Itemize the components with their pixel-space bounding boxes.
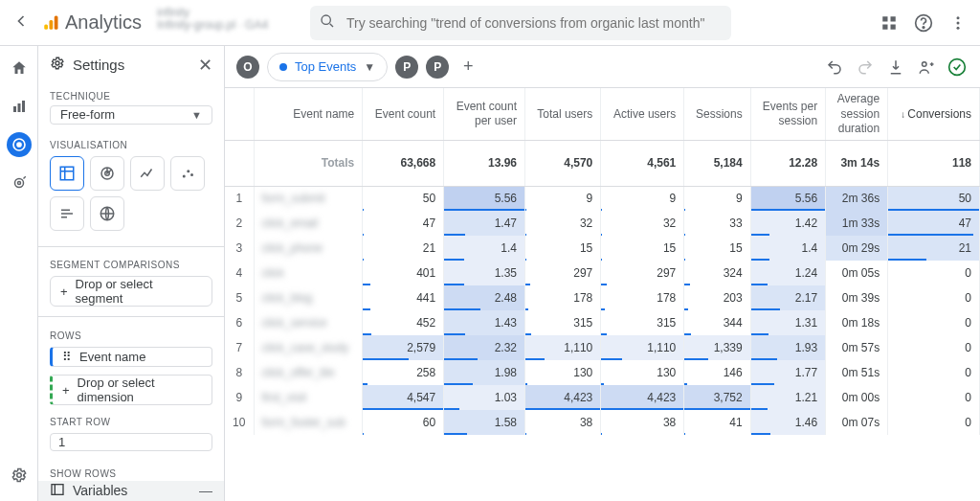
svg-rect-22	[60, 167, 74, 180]
row-index: 3	[225, 236, 254, 261]
technique-label: TECHNIQUE	[38, 83, 224, 103]
settings-title: Settings	[73, 57, 124, 73]
tab-page-2[interactable]: P	[426, 56, 449, 79]
plus-icon: +	[62, 383, 70, 398]
data-cell: 47	[363, 211, 444, 236]
svg-point-30	[923, 61, 927, 66]
data-cell: 4,547	[363, 385, 444, 410]
col-header[interactable]: ↓Conversions	[888, 88, 980, 140]
col-header[interactable]: Event count	[363, 88, 444, 140]
row-index: 1	[225, 186, 254, 211]
event-name-cell: click_email	[254, 211, 363, 236]
redo-icon[interactable]	[854, 56, 877, 79]
data-cell: 297	[601, 261, 684, 285]
data-cell: 38	[601, 410, 684, 435]
totals-cell: 13.96	[444, 140, 525, 186]
rows-dimension-chip[interactable]: ⠿ Event name	[50, 347, 212, 367]
totals-cell: 3m 14s	[826, 140, 888, 186]
rows-add-dimension[interactable]: + Drop or select dimension	[50, 375, 212, 405]
tab-overview[interactable]: O	[236, 56, 259, 79]
vis-table-icon[interactable]	[50, 156, 84, 191]
tab-page-1[interactable]: P	[395, 56, 418, 79]
svg-point-3	[322, 15, 330, 24]
status-ok-icon[interactable]	[946, 56, 969, 79]
vis-line-icon[interactable]	[130, 156, 165, 191]
vis-geo-icon[interactable]	[90, 196, 124, 231]
col-header[interactable]: Active users	[601, 88, 684, 140]
data-cell: 1.43	[444, 310, 525, 335]
data-cell: 15	[601, 236, 684, 261]
totals-cell: 118	[888, 140, 980, 186]
data-cell: 2.48	[444, 285, 525, 310]
rail-home-icon[interactable]	[7, 56, 32, 80]
visualisation-label: VISUALISATION	[38, 132, 224, 152]
svg-rect-13	[13, 106, 16, 112]
data-cell: 178	[525, 285, 601, 310]
row-index: 10	[225, 410, 254, 435]
vis-bar-icon[interactable]	[50, 196, 84, 231]
data-cell: 41	[684, 410, 750, 435]
col-header[interactable]: Total users	[525, 88, 601, 140]
svg-rect-15	[22, 101, 25, 112]
more-vert-icon[interactable]	[947, 12, 969, 34]
download-icon[interactable]	[884, 56, 907, 79]
row-index: 8	[225, 360, 254, 385]
row-index: 9	[225, 385, 254, 410]
search-box[interactable]	[310, 6, 731, 40]
showrows-label: SHOW ROWS	[38, 461, 224, 481]
totals-label: Totals	[254, 140, 363, 186]
pencil-icon	[279, 63, 287, 71]
data-cell: 203	[684, 285, 750, 310]
svg-point-17	[17, 143, 21, 147]
rows-chip-label: Event name	[79, 350, 145, 364]
data-cell: 0m 07s	[826, 410, 888, 435]
rail-explore-icon[interactable]	[7, 132, 32, 157]
data-cell: 1.4	[444, 236, 525, 261]
col-header[interactable]: Event countper user	[444, 88, 525, 140]
startrow-value: 1	[58, 435, 65, 449]
collapse-icon: —	[199, 483, 212, 498]
data-cell: 0m 00s	[826, 385, 888, 410]
property-picker[interactable]: infinityInfinity-group.pl · GA4	[149, 7, 302, 39]
technique-select[interactable]: Free-form ▼	[50, 105, 212, 125]
col-header[interactable]: Event name	[254, 88, 363, 140]
help-icon[interactable]	[913, 12, 934, 34]
col-header[interactable]: Averagesessionduration	[826, 88, 888, 140]
share-icon[interactable]	[915, 56, 938, 79]
data-cell: 60	[363, 410, 444, 435]
data-cell: 1.24	[750, 261, 826, 285]
technique-value: Free-form	[60, 107, 115, 122]
search-input[interactable]	[345, 14, 722, 32]
data-cell: 9	[601, 186, 684, 211]
totals-cell: 4,570	[525, 140, 601, 186]
rail-ads-icon[interactable]	[7, 171, 32, 195]
row-index: 4	[225, 261, 254, 285]
data-cell: 15	[684, 236, 750, 261]
grid-apps-icon[interactable]	[879, 12, 900, 34]
variables-panel-toggle[interactable]: Variables —	[38, 481, 224, 501]
data-cell: 315	[525, 310, 601, 335]
segment-drop-button[interactable]: + Drop or select segment	[50, 276, 212, 307]
vis-donut-icon[interactable]	[90, 156, 124, 191]
data-cell: 130	[525, 360, 601, 385]
close-icon[interactable]: ✕	[198, 57, 212, 74]
svg-point-18	[14, 179, 23, 188]
data-cell: 0	[888, 335, 980, 360]
svg-point-9	[923, 26, 924, 28]
tab-active[interactable]: Top Events ▼	[267, 53, 388, 81]
vis-scatter-icon[interactable]	[170, 156, 205, 191]
back-arrow-icon[interactable]	[11, 11, 34, 34]
svg-rect-7	[891, 24, 896, 29]
col-header[interactable]: Events persession	[750, 88, 826, 140]
undo-icon[interactable]	[823, 56, 846, 79]
startrow-input[interactable]: 1	[50, 433, 212, 451]
rail-reports-icon[interactable]	[7, 94, 32, 119]
col-header[interactable]: Sessions	[684, 88, 750, 140]
data-cell: 1m 33s	[826, 211, 888, 236]
ga-logo-icon	[42, 14, 59, 32]
add-tab-button[interactable]: +	[457, 56, 479, 79]
data-cell: 0	[888, 261, 980, 285]
data-cell: 50	[888, 186, 980, 211]
rail-admin-icon[interactable]	[7, 463, 32, 488]
data-cell: 297	[525, 261, 601, 285]
